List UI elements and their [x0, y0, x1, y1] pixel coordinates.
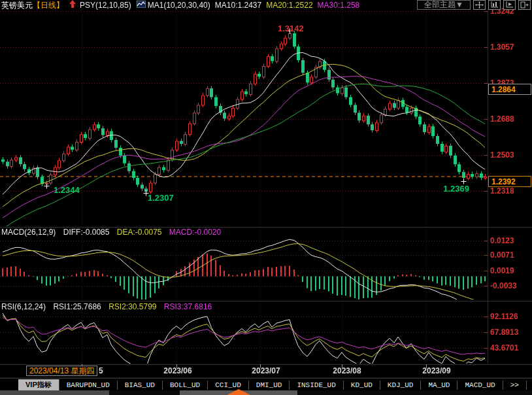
- tab-cci-ud[interactable]: CCI_UD: [208, 381, 249, 390]
- rsi-title: RSI(6,12,24): [1, 302, 46, 311]
- pan-tool-button[interactable]: [473, 0, 486, 10]
- tab-barupdn-ud[interactable]: BARUPDN_UD: [59, 381, 118, 390]
- tab-more[interactable]: >>: [503, 381, 527, 390]
- charting-app-window: { "palette": { "up_candle": "#e23535", "…: [0, 0, 532, 395]
- up-arrow-icon: [69, 0, 76, 10]
- macd-axis-label: 0.0019: [490, 266, 514, 275]
- ma-group-label: MA1(10,20,30,40): [148, 1, 210, 10]
- chart-header-bar: 英镑美元 【日线】 PSY(12,10,85) MA1(10,20,30,40)…: [0, 0, 532, 10]
- swing-high-label: 1.3142: [278, 24, 304, 33]
- scrollbar-position-arrow-icon[interactable]: [227, 389, 250, 395]
- candlestick-chart-canvas[interactable]: [0, 0, 532, 395]
- expand-pane-button[interactable]: [518, 0, 531, 10]
- period-label: 【日线】: [33, 1, 64, 10]
- selected-date-box: 2023/04/13 星期四: [26, 366, 97, 376]
- macd-axis-label: -0.0033: [490, 281, 517, 290]
- current-price-label: 1.2369: [439, 184, 469, 194]
- date-tick: 2023/09: [422, 366, 450, 375]
- theme-dropdown[interactable]: 全部主题▼: [417, 0, 471, 10]
- macd-title: MACD(26,12,9): [1, 228, 56, 237]
- macd-dea-value: DEA:-0.0075: [117, 228, 162, 237]
- tab-vip-indicators[interactable]: VIP指标: [18, 379, 59, 390]
- ma10-value: MA10:1.2437: [215, 1, 261, 10]
- date-tick: 2023/07: [252, 366, 280, 375]
- psy-indicator-label: PSY(12,10,85): [80, 1, 131, 10]
- ma30-value: MA30:1.258: [318, 1, 360, 10]
- scrollbar-track-segment[interactable]: [0, 390, 109, 395]
- macd-axis-label: 0.0123: [490, 236, 514, 245]
- rsi-axis-label: 67.8913: [490, 328, 518, 337]
- header-toolbar: 全部主题▼: [417, 0, 531, 10]
- x-axis-scale-button[interactable]: [503, 0, 516, 10]
- macd-diff-value: DIFF:-0.0085: [63, 228, 110, 237]
- tab-kd-ud[interactable]: KD_UD: [344, 381, 380, 390]
- macd-macd-value: MACD:-0.0020: [169, 228, 221, 237]
- swing-low-label-1: 1.2344: [54, 185, 80, 195]
- date-tick: 5: [99, 366, 103, 375]
- date-tick: 2023/06: [163, 366, 191, 375]
- ma20-value: MA20:1.2522: [266, 1, 312, 10]
- chart-scrollbar: [0, 390, 532, 395]
- line-chart-icon: [137, 1, 146, 10]
- rsi-axis-label: 43.6701: [490, 343, 518, 352]
- macd-pane-header: MACD(26,12,9) DIFF:-0.0085 DEA:-0.0075 M…: [1, 228, 226, 237]
- price-axis-label: 1.2688: [490, 114, 514, 124]
- rsi2-value: RSI2:30.5799: [108, 302, 156, 311]
- price-axis-label: 1.2318: [490, 186, 514, 196]
- tab-inside-ud[interactable]: INSIDE_UD: [290, 381, 343, 390]
- tab-boll-ud[interactable]: BOLL_UD: [163, 381, 208, 390]
- symbol-name: 英镑美元: [1, 1, 33, 10]
- rsi-pane-header: RSI(6,12,24) RSI1:25.7686 RSI2:30.5799 R…: [1, 302, 217, 311]
- swing-low-label-2: 1.2307: [148, 193, 174, 203]
- last-price-badge: 1.2392: [488, 176, 531, 187]
- tab-bias-ud[interactable]: BIAS_UD: [118, 381, 163, 390]
- tab-ma-ud[interactable]: MA_UD: [421, 381, 457, 390]
- rsi-axis-label: 92.1126: [490, 312, 518, 321]
- date-tick: 2023/08: [333, 366, 361, 375]
- tab-macd-ud[interactable]: MACD_UD: [457, 381, 503, 390]
- price-axis-label: 1.3057: [490, 43, 514, 52]
- price-axis-label: 1.2503: [490, 150, 514, 160]
- tab-kdj-ud[interactable]: KDJ_UD: [380, 381, 422, 390]
- tab-dmi-ud[interactable]: DMI_UD: [249, 381, 290, 390]
- indicator-value-badge: 1.2864: [488, 84, 531, 95]
- indicator-tab-bar: VIP指标 BARUPDN_UD BIAS_UD BOLL_UD CCI_UD …: [0, 378, 532, 391]
- rsi1-value: RSI1:25.7686: [53, 302, 101, 311]
- rsi3-value: RSI3:37.6816: [164, 302, 212, 311]
- macd-axis-label: 0.0071: [490, 250, 514, 260]
- y-axis-scale-button[interactable]: [488, 0, 501, 10]
